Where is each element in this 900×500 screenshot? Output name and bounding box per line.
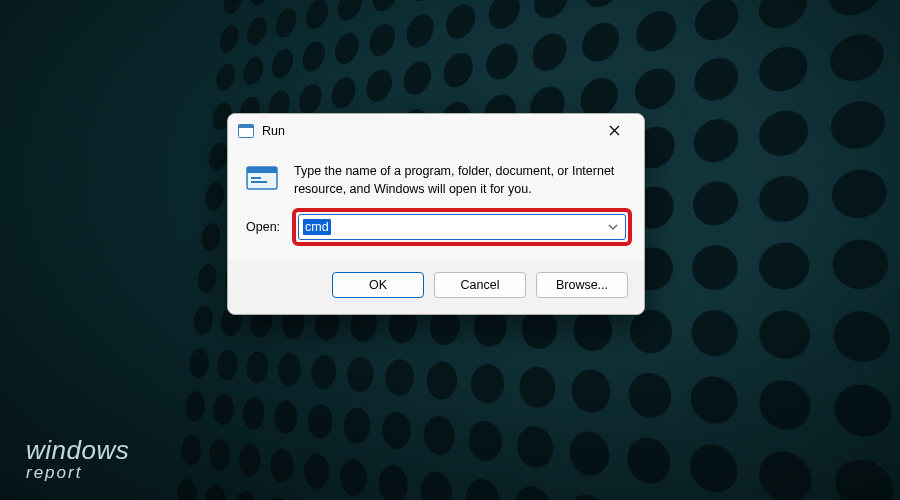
run-titlebar-icon <box>238 124 254 138</box>
svg-rect-5 <box>251 181 267 183</box>
watermark-logo: windows report <box>26 439 129 480</box>
open-input-value[interactable]: cmd <box>303 219 331 235</box>
svg-rect-1 <box>239 125 254 129</box>
watermark-line1: windows <box>26 439 129 462</box>
chevron-down-icon[interactable] <box>607 221 619 233</box>
browse-button[interactable]: Browse... <box>536 272 628 298</box>
svg-rect-3 <box>247 167 277 173</box>
close-button[interactable] <box>594 117 634 145</box>
dialog-button-row: OK Cancel Browse... <box>228 260 644 314</box>
run-program-icon <box>246 164 280 192</box>
dialog-content: Type the name of a program, folder, docu… <box>228 148 644 260</box>
browse-button-label: Browse... <box>556 278 608 292</box>
watermark-line2: report <box>26 465 129 480</box>
dialog-title: Run <box>262 124 285 138</box>
dialog-description: Type the name of a program, folder, docu… <box>294 162 626 198</box>
svg-rect-4 <box>251 177 261 179</box>
close-icon <box>609 123 620 139</box>
titlebar[interactable]: Run <box>228 114 644 148</box>
open-combobox[interactable]: cmd <box>298 214 626 240</box>
cancel-button-label: Cancel <box>461 278 500 292</box>
ok-button[interactable]: OK <box>332 272 424 298</box>
desktop-background: Run Type the name of a program, <box>0 0 900 500</box>
open-label: Open: <box>246 220 286 234</box>
run-dialog: Run Type the name of a program, <box>227 113 645 315</box>
ok-button-label: OK <box>369 278 387 292</box>
cancel-button[interactable]: Cancel <box>434 272 526 298</box>
